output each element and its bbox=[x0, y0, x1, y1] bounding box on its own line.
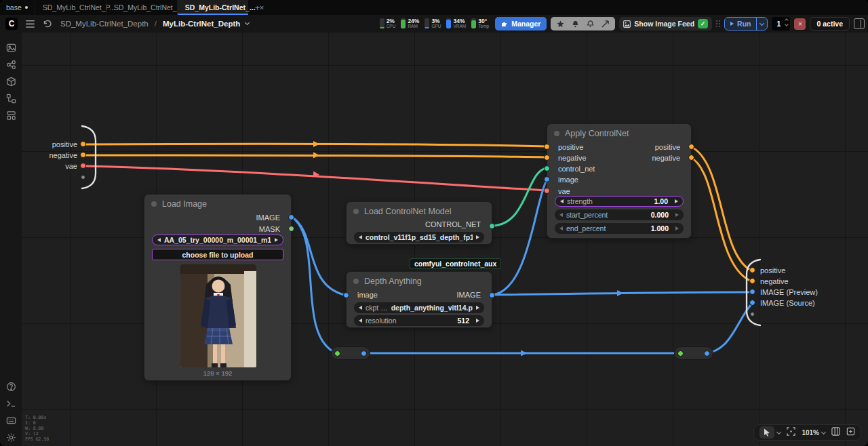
output-port-image[interactable] bbox=[288, 214, 294, 220]
batch-count-input[interactable]: 1 bbox=[772, 17, 790, 31]
tab-close-icon[interactable]: × bbox=[260, 3, 264, 12]
input-port-image[interactable] bbox=[544, 176, 550, 182]
reroute-output-port[interactable] bbox=[704, 350, 710, 357]
decrement-icon[interactable] bbox=[359, 319, 362, 323]
bell-icon[interactable] bbox=[587, 20, 594, 28]
focus-mode-button[interactable] bbox=[846, 426, 855, 439]
ckpt-combo-widget[interactable]: ckpt … depth_anything_vitl14.pth bbox=[354, 302, 484, 313]
combo-next-icon[interactable] bbox=[476, 235, 479, 239]
select-tool-chevron-icon[interactable] bbox=[776, 429, 781, 434]
feed-toggle-icon[interactable]: ✓ bbox=[698, 19, 708, 28]
resolution-widget[interactable]: resolution 512 bbox=[354, 315, 484, 326]
node-apply-controlnet[interactable]: Apply ControlNet positive negative contr… bbox=[547, 123, 692, 239]
run-button[interactable]: Run bbox=[725, 18, 756, 30]
node-depth-anything[interactable]: Depth Anything image IMAGE ckpt … depth_… bbox=[346, 271, 492, 328]
node-load-controlnet-model[interactable]: Load ControlNet Model CONTROL_NET contro… bbox=[346, 201, 492, 245]
input-port-control-net[interactable] bbox=[544, 165, 550, 171]
output-port-image[interactable] bbox=[489, 292, 495, 298]
node-library-icon[interactable] bbox=[2, 56, 20, 73]
subgraph-output-port-image-source[interactable] bbox=[749, 300, 755, 306]
strength-widget[interactable]: strength 1.00 bbox=[555, 196, 684, 207]
model-library-icon[interactable] bbox=[2, 73, 20, 89]
breadcrumb-chevron-icon[interactable] bbox=[245, 20, 250, 25]
decrement-icon[interactable] bbox=[559, 226, 563, 230]
select-tool-button[interactable] bbox=[760, 426, 774, 439]
comfyui-logo[interactable]: C bbox=[5, 18, 18, 30]
fit-view-button[interactable] bbox=[787, 426, 795, 439]
node-load-controlnet-header[interactable]: Load ControlNet Model bbox=[347, 202, 492, 216]
increment-icon[interactable] bbox=[675, 213, 679, 217]
combo-next-icon[interactable] bbox=[476, 306, 479, 310]
subgraph-input-port-negative[interactable] bbox=[80, 152, 86, 158]
increment-icon[interactable] bbox=[675, 226, 679, 230]
reroute-input-port[interactable] bbox=[677, 350, 684, 357]
notification-icon[interactable] bbox=[572, 20, 579, 28]
show-image-feed-button[interactable]: Show Image Feed ✓ bbox=[619, 17, 712, 31]
templates-icon[interactable] bbox=[2, 107, 20, 123]
end-percent-widget[interactable]: end_percent 1.000 bbox=[555, 223, 684, 234]
start-percent-widget[interactable]: start_percent 0.000 bbox=[555, 209, 684, 220]
node-collapse-dot[interactable] bbox=[554, 131, 559, 136]
active-jobs-badge[interactable]: 0 active bbox=[810, 17, 850, 31]
input-port-image[interactable] bbox=[343, 292, 349, 298]
node-collapse-dot[interactable] bbox=[353, 279, 359, 284]
reroute-node-2[interactable] bbox=[674, 346, 713, 360]
increment-icon[interactable] bbox=[476, 319, 479, 323]
run-options-chevron[interactable] bbox=[756, 18, 767, 30]
workflow-tab-1[interactable]: SD_MyLib_CtrlNet_P... bbox=[35, 0, 106, 15]
decrement-icon[interactable] bbox=[560, 199, 564, 203]
node-load-image[interactable]: Load Image IMAGE MASK AA_05_try_00000_m_… bbox=[144, 194, 292, 381]
star-icon[interactable] bbox=[557, 20, 564, 28]
share-icon[interactable] bbox=[601, 20, 609, 28]
workspace-indicator[interactable]: base bbox=[0, 0, 35, 15]
workflows-icon[interactable] bbox=[2, 90, 20, 106]
output-port-mask[interactable] bbox=[288, 226, 294, 232]
input-port-positive[interactable] bbox=[544, 144, 550, 150]
subgraph-input-port-positive[interactable] bbox=[80, 141, 86, 147]
combo-next-icon[interactable] bbox=[275, 238, 278, 242]
increment-icon[interactable] bbox=[675, 199, 678, 203]
subgraph-output-port-negative[interactable] bbox=[749, 278, 755, 284]
node-collapse-dot[interactable] bbox=[151, 201, 157, 207]
image-file-combo-widget[interactable]: AA_05_try_00000_m_00001_m1 … bbox=[152, 235, 283, 245]
workflow-tab-3-active[interactable]: SD_MyLib-CtrlNet_... × bbox=[177, 0, 248, 15]
breadcrumb-subgraph[interactable]: MyLib-CtrlNet_Depth bbox=[163, 20, 240, 28]
batch-stepper[interactable] bbox=[785, 19, 788, 26]
output-port-positive[interactable] bbox=[688, 144, 694, 150]
zoom-level-dropdown[interactable]: 101% bbox=[802, 429, 825, 437]
choose-file-button[interactable]: choose file to upload bbox=[152, 249, 283, 260]
settings-icon[interactable] bbox=[2, 429, 20, 445]
reroute-input-port[interactable] bbox=[334, 350, 340, 357]
drag-handle-icon[interactable] bbox=[716, 20, 720, 27]
node-load-image-header[interactable]: Load Image bbox=[144, 195, 291, 209]
decrement-icon[interactable] bbox=[559, 213, 563, 217]
output-port-negative[interactable] bbox=[688, 155, 694, 161]
combo-prev-icon[interactable] bbox=[359, 235, 362, 239]
main-menu-icon[interactable] bbox=[26, 20, 35, 28]
breadcrumb-workflow-file[interactable]: SD_MyLib-CtrlNet_Depth bbox=[60, 20, 149, 28]
node-apply-controlnet-header[interactable]: Apply ControlNet bbox=[547, 124, 691, 138]
input-port-negative[interactable] bbox=[544, 155, 550, 161]
combo-prev-icon[interactable] bbox=[157, 238, 161, 242]
input-port-vae[interactable] bbox=[544, 188, 550, 194]
subgraph-output-port-new[interactable] bbox=[750, 312, 755, 317]
node-depth-anything-header[interactable]: Depth Anything bbox=[347, 272, 492, 286]
output-port-control-net[interactable] bbox=[489, 223, 495, 229]
cancel-run-button[interactable]: × bbox=[794, 18, 806, 30]
subgraph-output-port-image-preview[interactable] bbox=[749, 289, 755, 295]
shortcuts-icon[interactable] bbox=[2, 412, 20, 428]
subgraph-input-port-new[interactable] bbox=[81, 175, 85, 180]
workflow-tab-2[interactable]: SD_MyLib_CtrlNet_S... bbox=[106, 0, 177, 15]
controlnet-model-combo-widget[interactable]: control_v11f1p_sd15_depth_fp16… bbox=[354, 232, 484, 243]
subgraph-input-port-vae[interactable] bbox=[80, 163, 86, 169]
manager-button[interactable]: Manager bbox=[495, 17, 547, 31]
queue-icon[interactable] bbox=[2, 39, 20, 56]
reroute-output-port[interactable] bbox=[361, 350, 367, 357]
subgraph-output-port-positive[interactable] bbox=[749, 267, 755, 273]
undo-icon[interactable] bbox=[43, 20, 52, 28]
side-panel-toggle-icon[interactable] bbox=[854, 18, 865, 29]
combo-prev-icon[interactable] bbox=[359, 306, 362, 310]
node-collapse-dot[interactable] bbox=[353, 209, 359, 214]
reroute-node-1[interactable] bbox=[331, 346, 370, 360]
minimap-button[interactable] bbox=[831, 426, 840, 439]
